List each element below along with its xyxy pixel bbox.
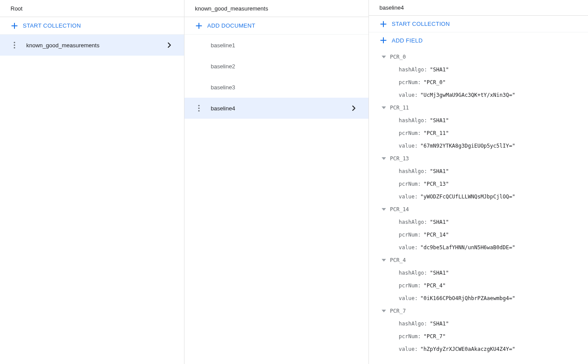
column-collection: known_good_measurements ADD DOCUMENT bas… [184,0,369,364]
caret-down-icon[interactable] [379,103,388,112]
field-key: hashAlgo [399,321,424,327]
field-key: hashAlgo [399,117,424,124]
field-node-name: PCR_4 [390,257,406,263]
field-key: hashAlgo [399,67,424,73]
start-collection-button[interactable]: START COLLECTION [369,16,588,32]
document-item[interactable]: baseline1 [184,35,368,56]
field-node[interactable]: PCR_7 [369,304,588,317]
add-document-button[interactable]: ADD DOCUMENT [184,17,368,35]
field-value: "PCR_0" [424,79,446,85]
column-header-collection: known_good_measurements [184,0,368,17]
field-leaf[interactable]: pcrNum:"PCR_4" [369,279,588,292]
field-node[interactable]: PCR_4 [369,254,588,266]
field-leaf[interactable]: hashAlgo:"SHA1" [369,216,588,228]
field-key: pcrNum [399,181,418,187]
column-header-root: Root [0,0,184,17]
document-item[interactable]: baseline3 [184,77,368,98]
column-root: Root START COLLECTION known_good_measure… [0,0,184,364]
field-value: "SHA1" [430,168,449,174]
field-leaf[interactable]: hashAlgo:"SHA1" [369,165,588,177]
field-key: pcrNum [399,333,418,339]
field-leaf[interactable]: hashAlgo:"SHA1" [369,266,588,279]
field-value: "hZpYdyZrXJCWE0aAkaczgKU4Z4Y=" [420,346,515,352]
caret-down-icon[interactable] [379,256,388,265]
field-key: hashAlgo [399,168,424,174]
field-key: pcrNum [399,130,418,136]
action-label: START COLLECTION [392,21,450,27]
field-leaf[interactable]: pcrNum:"PCR_0" [369,76,588,88]
plus-icon [379,36,387,44]
field-value: "0iK166CPbO4RjQhbrPZAaewmbg4=" [420,295,515,301]
more-vert-icon[interactable] [195,104,203,112]
add-field-button[interactable]: ADD FIELD [369,32,588,49]
collection-item-label: known_good_measurements [26,42,166,49]
field-leaf[interactable]: value:"hZpYdyZrXJCWE0aAkaczgKU4Z4Y=" [369,343,588,355]
column-document: baseline4 START COLLECTION ADD FIELD PCR… [369,0,588,364]
field-leaf[interactable]: value:"0iK166CPbO4RjQhbrPZAaewmbg4=" [369,292,588,304]
svg-point-4 [198,107,199,109]
field-node-name: PCR_14 [390,206,409,212]
field-leaf[interactable]: value:"67mN92YTKA8g3DgiEUOp5yc5lIY=" [369,139,588,152]
chevron-right-icon [166,41,174,49]
column-title: baseline4 [379,4,404,11]
field-key: value [399,143,414,149]
field-node-name: PCR_11 [390,105,409,111]
field-leaf[interactable]: hashAlgo:"SHA1" [369,63,588,76]
caret-down-icon[interactable] [379,307,388,315]
plus-icon [195,22,203,30]
collection-item[interactable]: known_good_measurements [0,35,184,56]
document-item[interactable]: baseline2 [184,56,368,77]
document-item-label: baseline1 [211,42,358,49]
field-key: pcrNum [399,283,418,289]
field-node[interactable]: PCR_13 [369,152,588,165]
plus-icon [11,22,18,30]
svg-point-1 [14,44,15,46]
start-collection-button[interactable]: START COLLECTION [0,17,184,35]
field-leaf[interactable]: value:"UcMj3gwMaU9GAc3QK+tY/xNin3Q=" [369,88,588,101]
caret-down-icon[interactable] [379,205,388,214]
svg-point-0 [14,42,15,43]
action-label: START COLLECTION [23,22,81,29]
plus-icon [379,20,387,28]
field-value: "dc9be5LafYHNN/unN5H6waB0dDE=" [420,244,515,251]
field-leaf[interactable]: hashAlgo:"SHA1" [369,317,588,330]
svg-point-3 [198,105,199,106]
caret-down-icon[interactable] [379,154,388,163]
field-leaf[interactable]: hashAlgo:"SHA1" [369,114,588,127]
chevron-right-icon [350,104,358,112]
field-value: "PCR_4" [424,283,446,289]
field-node-name: PCR_7 [390,308,406,314]
field-value: "PCR_11" [424,130,449,136]
field-leaf[interactable]: value:"dc9be5LafYHNN/unN5H6waB0dDE=" [369,241,588,254]
field-value: "yWODZFcQCUfLLLWNQsMJbpCjlOQ=" [420,194,515,200]
field-value: "SHA1" [430,117,449,124]
document-item-label: baseline3 [211,84,358,91]
field-key: hashAlgo [399,219,424,225]
field-value: "SHA1" [430,67,449,73]
field-node-name: PCR_0 [390,54,406,60]
field-leaf[interactable]: value:"yWODZFcQCUfLLLWNQsMJbpCjlOQ=" [369,190,588,203]
more-vert-icon[interactable] [11,41,18,49]
field-leaf[interactable]: pcrNum:"PCR_14" [369,228,588,241]
field-leaf[interactable]: pcrNum:"PCR_11" [369,127,588,139]
caret-down-icon[interactable] [379,53,388,61]
document-item-label: baseline4 [211,105,350,112]
field-key: pcrNum [399,232,418,238]
field-node[interactable]: PCR_0 [369,50,588,63]
action-label: ADD FIELD [392,37,423,44]
field-node[interactable]: PCR_11 [369,101,588,114]
document-item[interactable]: baseline4 [184,98,368,119]
field-key: value [399,194,414,200]
field-key: value [399,92,414,98]
document-item-label: baseline2 [211,63,358,70]
field-leaf[interactable]: pcrNum:"PCR_13" [369,177,588,190]
field-node-name: PCR_13 [390,155,409,162]
field-key: value [399,244,414,251]
field-key: hashAlgo [399,270,424,276]
svg-point-2 [14,47,15,48]
field-node[interactable]: PCR_14 [369,203,588,216]
field-value: "PCR_14" [424,232,449,238]
field-leaf[interactable]: pcrNum:"PCR_7" [369,330,588,343]
column-header-document: baseline4 [369,0,588,16]
column-title: Root [11,5,22,12]
